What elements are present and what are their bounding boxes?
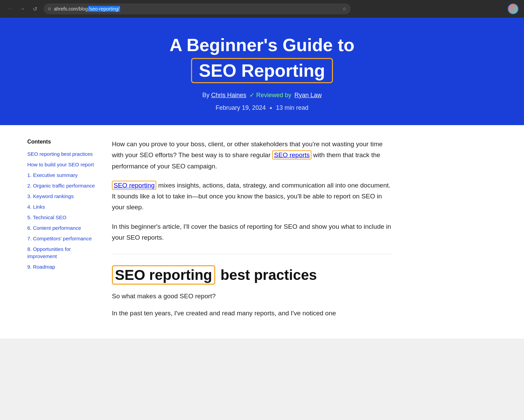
toc-item-9[interactable]: 9. Roadmap [27,263,96,270]
back-button[interactable]: ← [5,4,15,14]
forward-button[interactable]: → [18,4,27,14]
browser-chrome: ← → ↺ ⊙ ahrefs.com/blog/seo-reporting/ ☆ [0,0,524,18]
article-date: February 19, 2024 [216,104,266,111]
read-time: 13 min read [276,104,308,111]
main-article: How can you prove to your boss, client, … [112,139,392,325]
toc-item-1[interactable]: 1. Executive summary [27,171,96,179]
seo-reporting-highlight: SEO reporting [112,181,156,190]
check-icon: ✓ Reviewed by [249,92,293,99]
divider [112,254,392,254]
toc-list: SEO reporting best practices How to buil… [27,150,96,270]
toc-item-build-report[interactable]: How to build your SEO report [27,161,96,168]
url-highlighted: /seo-reporting/ [88,6,120,12]
refresh-button[interactable]: ↺ [30,4,40,14]
intro-paragraph-3: In this beginner's article, I'll cover t… [112,221,392,243]
page-content: Contents SEO reporting best practices Ho… [0,125,524,339]
toc-item-4[interactable]: 4. Links [27,203,96,210]
author-prefix: By [202,92,211,99]
author-link[interactable]: Chris Haines [211,92,246,99]
hero-title-line2: SEO Reporting [199,61,325,80]
seo-reporting-link[interactable]: SEO reporting [112,181,156,190]
section1-paragraph-1: So what makes a good SEO report? [112,291,392,302]
seo-reports-link[interactable]: SEO reports [272,150,311,160]
lock-icon: ⊙ [48,6,51,11]
toc-item-7[interactable]: 7. Competitors' performance [27,235,96,242]
toc-item-6[interactable]: 6. Content performance [27,224,96,231]
url-prefix: ahrefs.com/blog [54,6,88,12]
section1-heading-highlight: SEO reporting [112,265,215,285]
browser-profile[interactable] [508,3,519,14]
hero-title-line1: A Beginner's Guide to [7,35,517,55]
reviewer-link[interactable]: Ryan Law [294,92,322,99]
toc-item-8[interactable]: 8. Opportunities for improvement [27,245,96,260]
intro-paragraph-2: SEO reporting mixes insights, actions, d… [112,180,392,213]
hero-section: A Beginner's Guide to SEO Reporting By C… [0,18,524,125]
sidebar-toc: Contents SEO reporting best practices Ho… [27,139,96,325]
contents-label: Contents [27,139,96,145]
hero-date: February 19, 2024 13 min read [7,104,517,111]
hero-title-box: SEO Reporting [191,58,333,83]
toc-item-3[interactable]: 3. Keyword rankings [27,193,96,200]
section1-heading: SEO reporting best practices [112,267,392,284]
separator-dot [270,107,272,109]
url-text: ahrefs.com/blog/seo-reporting/ [54,6,339,12]
hero-meta: By Chris Haines ✓ Reviewed by Ryan Law [7,91,517,99]
seo-reports-highlight: SEO reports [272,150,311,160]
browser-nav-buttons: ← → ↺ [5,4,40,14]
toc-item-best-practices[interactable]: SEO reporting best practices [27,150,96,158]
bookmark-icon[interactable]: ☆ [342,6,347,12]
section1-heading-rest: best practices [217,267,317,283]
toc-item-2[interactable]: 2. Organic traffic performance [27,182,96,189]
avatar [508,4,518,14]
intro-paragraph-1: How can you prove to your boss, client, … [112,139,392,172]
toc-item-5[interactable]: 5. Technical SEO [27,214,96,221]
section1-paragraph-2: In the past ten years, I've created and … [112,308,392,319]
address-bar[interactable]: ⊙ ahrefs.com/blog/seo-reporting/ ☆ [44,3,351,14]
